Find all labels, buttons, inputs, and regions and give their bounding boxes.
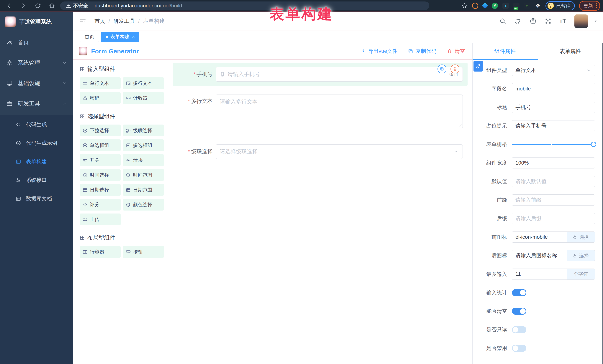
- component-tile-评分[interactable]: 评分: [80, 199, 121, 210]
- font-size-icon[interactable]: тT: [560, 18, 566, 24]
- extensions-puzzle-icon[interactable]: ❖: [535, 3, 541, 9]
- component-tile-密码[interactable]: 密码: [80, 92, 121, 104]
- mobile-input[interactable]: 请输入手机号 0/11: [216, 67, 463, 82]
- collapse-menu-icon[interactable]: [79, 17, 87, 25]
- breadcrumb-item[interactable]: 研发工具: [113, 17, 135, 25]
- canvas-field-textarea[interactable]: *多行文本 请输入多行文本: [173, 95, 468, 128]
- component-tile-计数器[interactable]: 123计数器: [123, 92, 164, 104]
- sidebar-item-首页[interactable]: 首页: [0, 32, 73, 53]
- help-icon[interactable]: [530, 18, 537, 25]
- tab-form-props[interactable]: 表单属性: [538, 43, 603, 60]
- textarea-input[interactable]: 请输入多行文本: [216, 95, 463, 128]
- extension-icon[interactable]: ◆: [502, 3, 509, 9]
- forward-icon[interactable]: [20, 2, 27, 9]
- extension-icon[interactable]: [472, 3, 478, 9]
- prop-input-默认值[interactable]: 请输入默认值: [512, 176, 595, 187]
- chevron-up-icon: [62, 101, 67, 106]
- toggle-输入统计[interactable]: [512, 289, 526, 296]
- paused-extension-button[interactable]: 已暂停: [545, 1, 575, 10]
- sidebar-item-研发工具[interactable]: 研发工具: [0, 93, 73, 114]
- breadcrumb-item[interactable]: 首页: [94, 17, 105, 25]
- component-tile-多选框组[interactable]: 多选框组: [123, 139, 164, 151]
- component-tile-行容器[interactable]: 行容器: [80, 246, 121, 258]
- component-tile-上传[interactable]: 上传: [80, 213, 121, 225]
- app-logo[interactable]: 芋道管理系统: [0, 11, 73, 32]
- close-tab-icon[interactable]: ×: [132, 34, 135, 39]
- delete-field-button[interactable]: [451, 65, 459, 73]
- reload-icon[interactable]: [35, 3, 41, 9]
- fullscreen-icon[interactable]: [545, 18, 551, 24]
- action-导出vue文件[interactable]: 导出vue文件: [360, 48, 397, 55]
- toggle-能否清空[interactable]: [512, 308, 526, 315]
- prop-input-占位提示[interactable]: 请输入手机号: [512, 120, 595, 132]
- chevron-down-icon[interactable]: [593, 19, 598, 23]
- prop-input-最多输入[interactable]: 11: [512, 269, 567, 280]
- prop-input-前缀[interactable]: 请输入前缀: [512, 194, 595, 206]
- canvas-field-mobile[interactable]: *手机号 请输入手机号 0/11: [173, 63, 468, 86]
- prop-input-后缀[interactable]: 请输入后缀: [512, 213, 595, 224]
- cascader-select[interactable]: 请选择级联选择: [216, 144, 463, 159]
- extension-icon[interactable]: ♘: [524, 3, 530, 9]
- slider-track[interactable]: [512, 144, 595, 145]
- extension-icon[interactable]: on: [513, 3, 520, 9]
- canvas-field-cascader[interactable]: *级联选择 请选择级联选择: [173, 144, 468, 159]
- sidebar-item-基础设施[interactable]: 基础设施: [0, 73, 73, 93]
- sidebar-subitem-代码生成示例[interactable]: 代码生成示例: [0, 134, 73, 152]
- sidebar-subitem-数据库文档[interactable]: 数据库文档: [0, 189, 73, 208]
- component-tile-时间选择[interactable]: 时间选择: [80, 169, 121, 181]
- action-复制代码[interactable]: 复制代码: [408, 48, 436, 55]
- avatar[interactable]: [574, 14, 588, 28]
- tab-component-props[interactable]: 组件属性: [473, 43, 538, 60]
- component-tile-日期范围[interactable]: 日期范围: [123, 184, 164, 196]
- prop-label: 前图标: [475, 233, 507, 241]
- view-tab-表单构建[interactable]: 表单构建×: [101, 32, 139, 42]
- sidebar-subitem-表单构建[interactable]: 表单构建: [0, 152, 73, 171]
- slider-handle[interactable]: [591, 142, 596, 147]
- extension-icon[interactable]: V: [492, 3, 498, 9]
- github-icon[interactable]: [514, 18, 521, 25]
- browser-update-button[interactable]: 更新: [579, 1, 600, 11]
- prop-input-前图标[interactable]: el-icon-mobile: [512, 232, 567, 243]
- prop-select-组件类型[interactable]: 单行文本: [512, 65, 595, 76]
- component-tile-级联选择[interactable]: 级联选择: [123, 124, 164, 136]
- append-button-选择[interactable]: 选择: [567, 250, 595, 261]
- component-tile-按钮[interactable]: 按钮: [123, 246, 164, 258]
- window-scrollbar[interactable]: [602, 11, 603, 364]
- toggle-是否只读[interactable]: [512, 326, 526, 333]
- prop-input-组件宽度[interactable]: 100%: [512, 157, 595, 168]
- active-tab-dot: [106, 36, 108, 38]
- back-icon[interactable]: [6, 2, 12, 9]
- copy-field-button[interactable]: [438, 65, 446, 73]
- component-tile-多行文本[interactable]: 多行文本: [123, 77, 164, 89]
- component-tile-开关[interactable]: 开关: [80, 154, 121, 166]
- action-清空[interactable]: 清空: [447, 48, 465, 55]
- search-icon[interactable]: [499, 18, 506, 24]
- component-tile-时间范围[interactable]: 时间范围: [123, 169, 164, 181]
- json-drawer-link-button[interactable]: [474, 61, 483, 72]
- sidebar-subitem-代码生成[interactable]: 代码生成: [0, 115, 73, 134]
- prop-input-字段名[interactable]: mobile: [512, 83, 595, 94]
- sidebar-subitem-系统接口[interactable]: 系统接口: [0, 171, 73, 189]
- append-button-选择[interactable]: 选择: [567, 232, 595, 243]
- browser-menu-icon[interactable]: [596, 3, 597, 8]
- prop-input-后图标[interactable]: 请输入后图标名称: [512, 250, 567, 261]
- bookmark-star-icon[interactable]: [461, 3, 468, 9]
- component-tile-颜色选择[interactable]: 颜色选择: [123, 199, 164, 210]
- resize-handle-icon[interactable]: [459, 124, 462, 127]
- component-tile-单选框组[interactable]: 单选框组: [80, 139, 121, 151]
- component-tile-下拉选择[interactable]: 下拉选择: [80, 124, 121, 136]
- section-title: 选择型组件: [80, 112, 164, 120]
- component-tile-滑块[interactable]: 滑块: [123, 154, 164, 166]
- home-icon[interactable]: [49, 2, 55, 9]
- view-tab-首页[interactable]: 首页: [80, 32, 99, 42]
- url-bar[interactable]: 不安全 dashboard.yudao.iocoder.cn /tool/bui…: [60, 1, 429, 10]
- extension-icon[interactable]: [482, 3, 488, 9]
- component-tile-日期选择[interactable]: 日期选择: [80, 184, 121, 196]
- gear-icon: [6, 60, 13, 66]
- prop-slider-表单栅格[interactable]: [512, 139, 595, 150]
- component-tile-单行文本[interactable]: 单行文本: [80, 77, 121, 89]
- prop-input-标题[interactable]: 手机号: [512, 102, 595, 113]
- append-button-个字符[interactable]: 个字符: [567, 269, 595, 280]
- sidebar-item-系统管理[interactable]: 系统管理: [0, 53, 73, 73]
- toggle-是否禁用[interactable]: [512, 345, 526, 352]
